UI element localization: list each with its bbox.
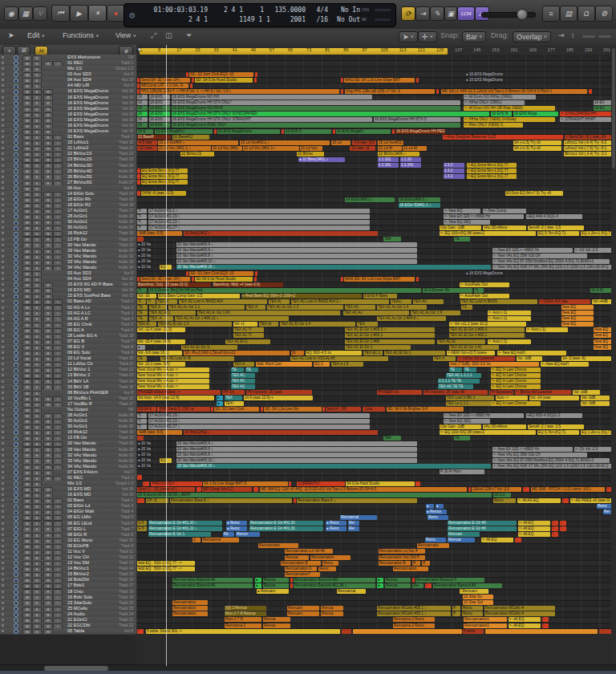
- region[interactable]: 16: [137, 117, 148, 122]
- region[interactable]: <- EQ In Last Chorus: [491, 367, 541, 372]
- region[interactable]: TEX AC El Gtr 1 4: [280, 322, 355, 327]
- region[interactable]: 14 ElGtr1#06.1 ○: [345, 197, 395, 202]
- region[interactable]: 5 tabla: Shanti 901 ->: [146, 629, 340, 634]
- region[interactable]: 15 Ld Voc#04 ○: [158, 140, 238, 145]
- replace-button[interactable]: ▣: [444, 6, 457, 21]
- region[interactable]: [157, 407, 160, 412]
- region[interactable]: ● 20 Va: [137, 458, 159, 463]
- region[interactable]: ● 20 Va: [137, 259, 159, 264]
- region[interactable]: ● 22 Bkmc2#01 ○: [298, 157, 345, 162]
- region[interactable]: <- EQ In Last Chorus: [491, 384, 541, 389]
- loop-browser-icon[interactable]: Ω: [578, 6, 595, 22]
- region[interactable]: ● 20 Va: [137, 254, 159, 258]
- region[interactable]: Reincarna 2 Reinc: [393, 617, 435, 622]
- region[interactable]: <- All AD EQ: [517, 498, 561, 503]
- region[interactable]: <- All EQ: [509, 617, 541, 622]
- region[interactable]: 17 AcGtr1#01.27 ○: [148, 225, 370, 230]
- region[interactable]: Vol -3dB: [581, 401, 610, 406]
- region[interactable]: 22 BkVoc1#09 ○: [378, 152, 419, 156]
- view-menu[interactable]: View ▾: [116, 31, 136, 39]
- region[interactable]: TEX AC: [413, 299, 444, 304]
- region[interactable]: TEX AC El Gtr 1 #05.3 ○: [345, 327, 435, 332]
- region[interactable]: WAS SD: S4 1.2s Live Slope BRT: [344, 277, 415, 282]
- region[interactable]: Reincarna 2 Reinc: [393, 623, 435, 628]
- region[interactable]: 16 EXS MegaDrums HH STK ONLY STRAIGHT: [172, 117, 372, 122]
- region[interactable]: 17 AcGtr1#01.19 ○: [148, 214, 370, 219]
- region[interactable]: [137, 168, 140, 173]
- region[interactable]: 16 EXS MegaDrums: [217, 129, 280, 134]
- region[interactable]: TE: [137, 316, 148, 321]
- region[interactable]: ● 20 Va: [137, 248, 159, 253]
- region[interactable]: [589, 89, 592, 94]
- region[interactable]: Reincarn: [287, 611, 319, 616]
- region[interactable]: <- New Comp: [483, 209, 526, 213]
- playhead-marker-icon[interactable]: ▾: [138, 47, 141, 53]
- region[interactable]: Clip Gain -1dB: [440, 225, 481, 230]
- region[interactable]: <-ChVol -6.4 (wa: [539, 299, 590, 304]
- region[interactable]: <- AD PRES +0 (was 0): [570, 498, 616, 503]
- record-button[interactable]: ●: [107, 5, 125, 22]
- region[interactable]: Tl: [137, 214, 147, 219]
- region[interactable]: Reinc: [425, 538, 446, 542]
- region[interactable]: TEX AC Ac Gtr 1 3: [267, 305, 343, 310]
- region[interactable]: ●: [436, 504, 444, 509]
- region[interactable]: TEX A|: [156, 299, 177, 304]
- region[interactable]: Reincarnation E Gtr #0: [448, 526, 517, 531]
- region[interactable]: TEX AC El Gtr 1r: [181, 345, 237, 350]
- region[interactable]: 16: [137, 123, 148, 128]
- region[interactable]: TEX AC Tl: [233, 327, 264, 332]
- region[interactable]: ●: [217, 396, 223, 400]
- region[interactable]: 16 EXS MegaDrums HH STX ONLY: [172, 100, 460, 105]
- region[interactable]: <-EQ Extra 9k/+1.5/Q.77: [467, 163, 517, 168]
- region[interactable]: <- STRAIGHT HIHAT: [560, 117, 611, 122]
- region[interactable]: [254, 277, 257, 282]
- region[interactable]: Add: Pitch Corr: [256, 362, 312, 367]
- region[interactable]: 16 EXS MegaDrums HH STX O: [374, 117, 460, 122]
- region[interactable]: [412, 578, 415, 583]
- track-header[interactable]: MSR05 TablaInst 5: [0, 628, 136, 635]
- region[interactable]: Send S4 -32 ( was -24 ): [140, 78, 190, 83]
- region[interactable]: R: [422, 561, 430, 566]
- region[interactable]: BkVoc1 Vol (-3.4) Try -3.1: [564, 152, 615, 156]
- region[interactable]: ● 20 Va: [137, 265, 159, 270]
- region[interactable]: 17 AcGtr1#01.19 ○: [148, 413, 370, 418]
- region[interactable]: [137, 191, 140, 196]
- filter-icon[interactable]: ⏷: [186, 31, 192, 40]
- lcd-gear-icon[interactable]: ⚙: [129, 10, 135, 21]
- region[interactable]: [137, 277, 140, 282]
- region[interactable]: [190, 83, 192, 88]
- region[interactable]: TEX Lo 1 1 1: [446, 401, 494, 406]
- region[interactable]: Vol -9.8 (was 16.1): [137, 351, 182, 355]
- region[interactable]: TEX AC El Gtr 1 #06: [345, 339, 435, 344]
- region[interactable]: Reincarnat: [337, 589, 366, 594]
- region[interactable]: 17 AcGtr1#01.27 ○: [148, 424, 370, 429]
- play-button[interactable]: ▶: [70, 5, 88, 22]
- region[interactable]: [186, 72, 188, 77]
- region[interactable]: MDComp L/R -6 U 14L -9: [140, 83, 188, 88]
- region[interactable]: EQ Extra 6k/+1.5/Q.77: [141, 174, 188, 179]
- settings-icon[interactable]: ⚙: [595, 6, 613, 22]
- region[interactable]: <- All EQ: [481, 538, 513, 542]
- region[interactable]: 21 Ld Voc 2#01.3 ○: [243, 146, 299, 151]
- region[interactable]: TE#: [383, 436, 401, 441]
- left-click-tool-menu[interactable]: ➤ ▾: [399, 31, 418, 43]
- region[interactable]: ● 20 Va: [137, 464, 159, 469]
- region[interactable]: G-5: [137, 521, 147, 526]
- region[interactable]: MD Send 3 : Off ( w: [160, 407, 210, 412]
- region[interactable]: S4 -3 (was -6): [561, 356, 611, 361]
- region[interactable]: <- All EQ: [518, 532, 550, 537]
- region[interactable]: <- All Drum NO HiHat (ORIG): [464, 95, 536, 99]
- region[interactable]: [255, 72, 257, 77]
- region[interactable]: S4 1.0s Live Stage BRT S: [203, 481, 288, 486]
- region[interactable]: SD: Plt+3 240/-1 5k/+8 Gtr/+12: [184, 351, 290, 355]
- region[interactable]: Reincarnation B: [379, 561, 411, 566]
- region[interactable]: TEX AC El: [437, 339, 485, 344]
- region[interactable]: TEX: [357, 322, 378, 327]
- region[interactable]: 21 Ld W: [378, 146, 402, 151]
- region[interactable]: TE: [137, 305, 148, 310]
- h-zoom-slider[interactable]: [582, 35, 595, 38]
- region[interactable]: 15 Ld Voc#03.1 ○: [240, 140, 330, 145]
- region[interactable]: Reincarnation E Gtr #01.30: [249, 526, 323, 531]
- solo-button[interactable]: S: [32, 629, 42, 635]
- region[interactable]: 23 Sitar So: [463, 595, 493, 599]
